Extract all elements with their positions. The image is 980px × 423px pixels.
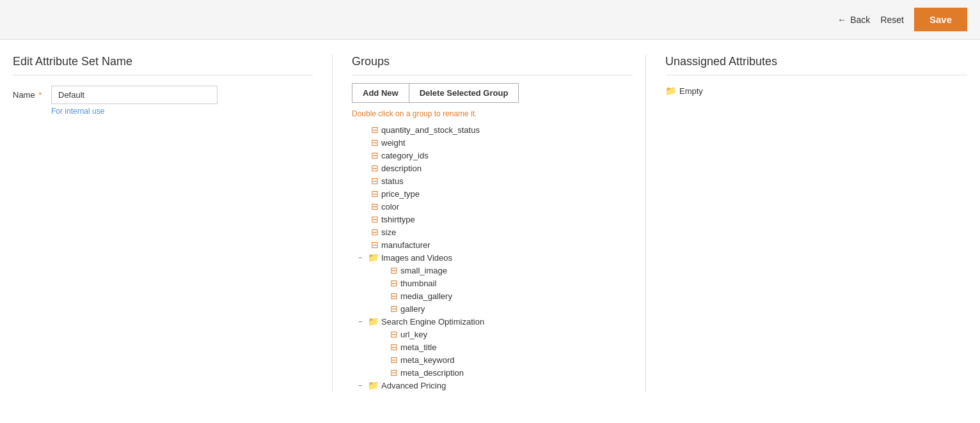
attribute-icon: ⊟ xyxy=(390,367,398,378)
name-label: Name * xyxy=(13,90,45,100)
delete-selected-group-button[interactable]: Delete Selected Group xyxy=(409,83,519,103)
attribute-icon: ⊟ xyxy=(371,214,379,224)
attribute-icon: ⊟ xyxy=(390,329,398,339)
attribute-icon: ⊟ xyxy=(371,125,379,135)
save-button[interactable]: Save xyxy=(914,8,967,31)
attribute-icon: ⊟ xyxy=(371,150,379,160)
tree-attr-item[interactable]: ⊟ color xyxy=(352,200,633,213)
tree-attr-item[interactable]: ⊟ tshirttype xyxy=(352,213,633,226)
attribute-icon: ⊟ xyxy=(371,137,379,148)
tree-attr-item[interactable]: ⊟ media_gallery xyxy=(352,289,633,302)
attribute-icon: ⊟ xyxy=(371,188,379,199)
groups-buttons: Add New Delete Selected Group xyxy=(352,83,633,103)
tree-attr-item[interactable]: ⊟ category_ids xyxy=(352,149,633,162)
attr-label: description xyxy=(381,164,422,173)
top-bar: ← Back Reset Save xyxy=(0,0,980,40)
attribute-icon: ⊟ xyxy=(390,355,398,365)
name-form-row: Name * xyxy=(13,86,313,104)
unassigned-item-label: Empty xyxy=(679,86,703,96)
groups-panel-title: Groups xyxy=(352,55,633,75)
folder-icon: 📁 xyxy=(368,316,379,327)
edit-attribute-panel: Edit Attribute Set Name Name * For inter… xyxy=(13,55,333,392)
attr-label: small_image xyxy=(400,266,447,275)
edit-panel-title: Edit Attribute Set Name xyxy=(13,55,313,75)
tree-group-item[interactable]: − 📁 Advanced Pricing xyxy=(352,379,633,392)
tree-attr-item[interactable]: ⊟ manufacturer xyxy=(352,238,633,251)
unassigned-item: 📁 Empty xyxy=(665,83,967,98)
toggle-icon: − xyxy=(358,381,366,389)
add-new-button[interactable]: Add New xyxy=(352,83,409,103)
tree-attr-item[interactable]: ⊟ small_image xyxy=(352,264,633,277)
folder-icon: 📁 xyxy=(368,252,379,263)
attribute-icon: ⊟ xyxy=(371,163,379,173)
group-label: Advanced Pricing xyxy=(381,381,446,390)
groups-rename-hint: Double click on a group to rename it. xyxy=(352,109,633,118)
attribute-icon: ⊟ xyxy=(371,176,379,186)
attr-label: category_ids xyxy=(381,151,429,160)
toggle-icon: − xyxy=(358,254,366,261)
attr-label: status xyxy=(381,176,404,186)
attribute-icon: ⊟ xyxy=(390,342,398,352)
toggle-icon: − xyxy=(358,318,366,325)
tree-attr-item[interactable]: ⊟ description xyxy=(352,162,633,174)
attribute-icon: ⊟ xyxy=(390,304,398,314)
back-arrow-icon: ← xyxy=(837,15,846,25)
tree-attr-item[interactable]: ⊟ meta_title xyxy=(352,341,633,353)
attr-label: meta_description xyxy=(400,368,464,378)
name-input[interactable] xyxy=(51,86,217,104)
attr-label: color xyxy=(381,202,399,211)
tree-attr-item[interactable]: ⊟ status xyxy=(352,174,633,187)
tree-attr-item[interactable]: ⊟ price_type xyxy=(352,187,633,200)
attr-label: price_type xyxy=(381,189,420,199)
tree-attr-item[interactable]: ⊟ meta_keyword xyxy=(352,353,633,366)
attr-label: quantity_and_stock_status xyxy=(381,125,480,135)
attribute-icon: ⊟ xyxy=(390,291,398,301)
groups-tree[interactable]: ⊟ quantity_and_stock_status ⊟ weight ⊟ c… xyxy=(352,123,633,392)
main-content: Edit Attribute Set Name Name * For inter… xyxy=(0,40,980,407)
tree-group-item[interactable]: − 📁 Images and Videos xyxy=(352,251,633,264)
tree-group-item[interactable]: − 📁 Search Engine Optimization xyxy=(352,315,633,328)
unassigned-panel-title: Unassigned Attributes xyxy=(665,55,967,75)
attr-label: meta_keyword xyxy=(400,355,455,365)
attribute-icon: ⊟ xyxy=(371,227,379,237)
folder-icon: 📁 xyxy=(368,380,379,390)
attr-label: gallery xyxy=(400,304,425,314)
attr-label: weight xyxy=(381,138,406,148)
unassigned-list: 📁 Empty xyxy=(665,83,967,98)
unassigned-folder-icon: 📁 xyxy=(665,86,676,96)
attribute-icon: ⊟ xyxy=(390,278,398,288)
tree-attr-item[interactable]: ⊟ weight xyxy=(352,136,633,149)
unassigned-panel: Unassigned Attributes 📁 Empty xyxy=(646,55,967,392)
required-indicator: * xyxy=(36,90,42,100)
group-label: Search Engine Optimization xyxy=(381,317,484,327)
attr-label: tshirttype xyxy=(381,215,415,224)
back-button[interactable]: ← Back xyxy=(837,15,870,25)
attribute-icon: ⊟ xyxy=(390,265,398,275)
tree-attr-item[interactable]: ⊟ url_key xyxy=(352,328,633,341)
attr-label: url_key xyxy=(400,330,427,339)
attr-label: size xyxy=(381,227,396,237)
attribute-icon: ⊟ xyxy=(371,240,379,250)
tree-attr-item[interactable]: ⊟ gallery xyxy=(352,302,633,315)
attribute-icon: ⊟ xyxy=(371,201,379,211)
tree-attr-item[interactable]: ⊟ size xyxy=(352,226,633,238)
name-hint: For internal use xyxy=(51,107,313,116)
reset-button[interactable]: Reset xyxy=(880,15,904,25)
groups-panel: Groups Add New Delete Selected Group Dou… xyxy=(333,55,646,392)
tree-attr-item[interactable]: ⊟ meta_description xyxy=(352,366,633,379)
tree-attr-item[interactable]: ⊟ thumbnail xyxy=(352,277,633,289)
attr-label: media_gallery xyxy=(400,291,452,301)
attr-label: manufacturer xyxy=(381,240,431,250)
group-label: Images and Videos xyxy=(381,253,452,263)
attr-label: meta_title xyxy=(400,342,436,352)
tree-attr-item[interactable]: ⊟ quantity_and_stock_status xyxy=(352,123,633,136)
back-label: Back xyxy=(850,15,870,25)
attr-label: thumbnail xyxy=(400,279,436,288)
